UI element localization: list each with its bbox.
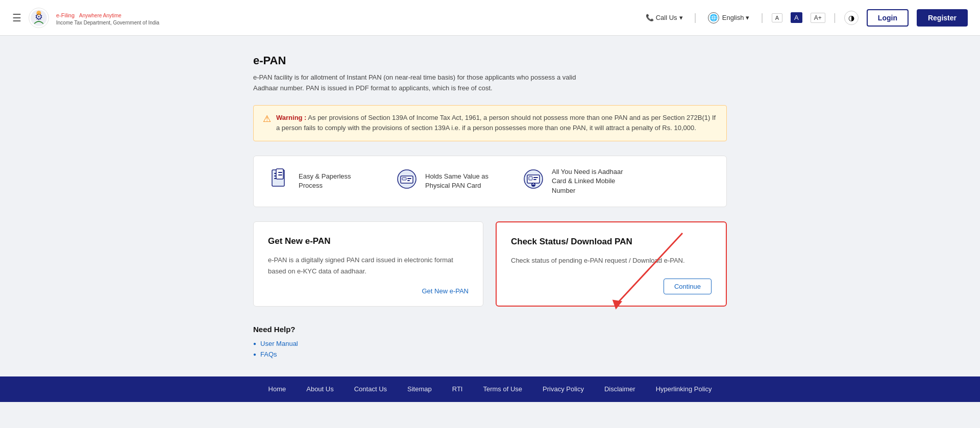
get-new-epan-card: Get New e-PAN e-PAN is a digitally signe… [253, 221, 483, 307]
logo-emblem: ⚙ [28, 7, 50, 29]
help-section: Need Help? User Manual FAQs [253, 325, 727, 358]
card-desc-2: Check status of pending e-PAN request / … [511, 255, 712, 266]
chevron-down-icon: ▾ [679, 14, 683, 21]
header-left: ☰ ⚙ e-Filing Anywhere Anytime Income Tax… [12, 7, 159, 29]
phone-icon: 📞 [646, 14, 654, 21]
font-large-button[interactable]: A+ [811, 13, 825, 23]
bottom-nav-terms[interactable]: Terms of Use [483, 385, 522, 393]
svg-rect-19 [533, 177, 538, 178]
aadhaar-icon [522, 168, 545, 194]
main-content: e-PAN e-PAN facility is for allotment of… [245, 54, 735, 358]
help-link-item-1: User Manual [253, 340, 727, 347]
svg-rect-9 [278, 172, 282, 173]
logo-title: e-Filing Anywhere Anytime [56, 9, 159, 20]
help-links: User Manual FAQs [253, 340, 727, 358]
card-title-1: Get New e-PAN [268, 236, 469, 246]
bottom-nav-privacy[interactable]: Privacy Policy [543, 385, 584, 393]
pan-card-icon [396, 168, 418, 194]
svg-rect-14 [407, 178, 411, 179]
page-title: e-PAN [253, 54, 727, 67]
svg-rect-13 [402, 178, 406, 180]
bottom-nav-disclaimer[interactable]: Disclaimer [604, 385, 635, 393]
feature-label-2: Holds Same Value as Physical PAN Card [425, 172, 497, 190]
font-medium-button[interactable]: A [791, 12, 802, 23]
register-button[interactable]: Register [917, 9, 968, 27]
get-new-epan-link[interactable]: Get New e-PAN [268, 287, 469, 295]
header-right: 📞 Call Us ▾ | 🌐 English ▾ | A A A+ | ◑ L… [643, 9, 968, 27]
cards-container: Get New e-PAN e-PAN is a digitally signe… [253, 221, 727, 307]
language-nav[interactable]: 🌐 English ▾ [705, 10, 753, 26]
globe-icon: 🌐 [708, 12, 719, 23]
call-us-nav[interactable]: 📞 Call Us ▾ [643, 12, 686, 23]
warning-text: Warning : As per provisions of Section 1… [276, 113, 717, 134]
warning-box: ⚠ Warning : As per provisions of Section… [253, 105, 727, 142]
feature-label-3: All You Need is Aadhaar Card & Linked Mo… [552, 167, 623, 195]
paperless-icon [269, 168, 291, 194]
cards-row: Get New e-PAN e-PAN is a digitally signe… [253, 221, 727, 307]
feature-label-1: Easy & Paperless Process [299, 172, 370, 190]
help-link-item-2: FAQs [253, 350, 727, 358]
svg-point-3 [37, 10, 41, 15]
bottom-nav-bar: Home About Us Contact Us Sitemap RTI Ter… [0, 376, 980, 402]
continue-button[interactable]: Continue [664, 279, 712, 294]
feature-item-2: Holds Same Value as Physical PAN Card [396, 168, 497, 194]
separator-1: | [694, 12, 697, 23]
svg-rect-20 [533, 179, 536, 180]
hamburger-icon[interactable]: ☰ [12, 12, 21, 24]
svg-rect-15 [407, 180, 410, 181]
logo-subtitle: Income Tax Department, Government of Ind… [56, 20, 159, 26]
feature-item-3: All You Need is Aadhaar Card & Linked Mo… [522, 167, 623, 195]
header: ☰ ⚙ e-Filing Anywhere Anytime Income Tax… [0, 0, 980, 36]
contrast-button[interactable]: ◑ [844, 11, 859, 25]
separator-3: | [834, 12, 836, 23]
card-action-2: Continue [511, 279, 712, 294]
help-title: Need Help? [253, 325, 727, 334]
svg-rect-10 [278, 174, 282, 175]
user-manual-link[interactable]: User Manual [260, 340, 298, 347]
login-button[interactable]: Login [867, 9, 909, 27]
chevron-down-icon-2: ▾ [746, 14, 749, 21]
bottom-nav-contact[interactable]: Contact Us [354, 385, 387, 393]
svg-rect-8 [276, 169, 283, 179]
card-desc-1: e-PAN is a digitally signed PAN card iss… [268, 255, 469, 277]
feature-item-1: Easy & Paperless Process [269, 168, 370, 194]
warning-label: Warning : [276, 114, 306, 121]
separator-2: | [761, 12, 763, 23]
bottom-nav-hyperlinking[interactable]: Hyperlinking Policy [656, 385, 712, 393]
features-strip: Easy & Paperless Process Holds Same Valu… [253, 156, 727, 207]
faqs-link[interactable]: FAQs [260, 350, 277, 358]
bottom-nav-rti[interactable]: RTI [452, 385, 463, 393]
bottom-nav-sitemap[interactable]: Sitemap [407, 385, 432, 393]
bottom-nav-about[interactable]: About Us [306, 385, 333, 393]
svg-rect-18 [529, 177, 532, 180]
card-title-2: Check Status/ Download PAN [511, 237, 712, 247]
logo-text: e-Filing Anywhere Anytime Income Tax Dep… [56, 9, 159, 27]
font-small-button[interactable]: A [772, 13, 782, 22]
warning-icon: ⚠ [263, 113, 271, 124]
check-status-card: Check Status/ Download PAN Check status … [496, 221, 727, 307]
bottom-nav-home[interactable]: Home [268, 385, 286, 393]
page-description: e-PAN facility is for allotment of Insta… [253, 72, 590, 94]
